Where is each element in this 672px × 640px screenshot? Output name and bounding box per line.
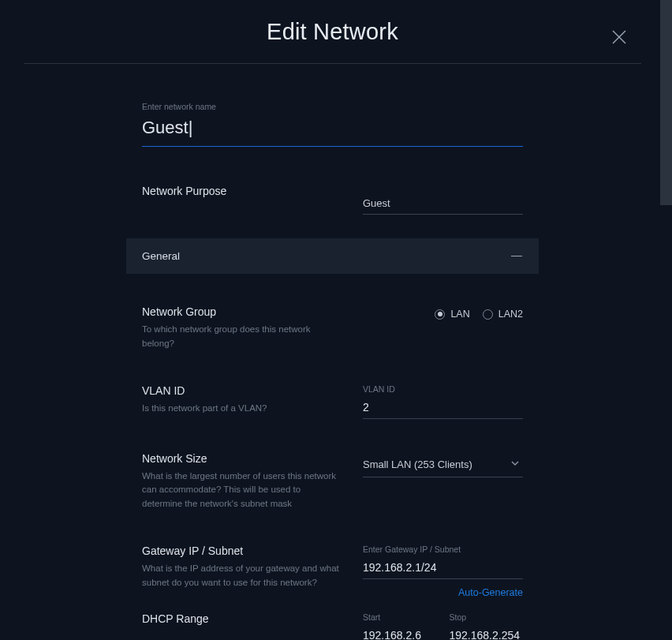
modal-content: Enter network name Network Purpose Gener… (24, 64, 641, 640)
network-name-field: Enter network name (142, 102, 523, 147)
close-icon (611, 34, 627, 47)
dhcp-stop-label: Stop (450, 612, 524, 622)
vlan-id-input[interactable] (363, 401, 523, 419)
collapse-icon (510, 256, 523, 257)
chevron-down-icon (510, 458, 520, 468)
modal-header: Edit Network (24, 0, 641, 64)
network-group-label: Network Group (142, 305, 339, 318)
radio-dot-icon (483, 309, 493, 320)
network-group-radios: LAN LAN2 (363, 305, 523, 320)
network-size-label: Network Size (142, 452, 339, 465)
dhcp-start-input[interactable] (363, 629, 437, 640)
section-header-label: General (142, 250, 180, 262)
network-size-select[interactable]: Small LAN (253 Clients) (363, 452, 523, 477)
dhcp-stop-field: Stop (450, 612, 524, 640)
radio-lan2[interactable]: LAN2 (483, 309, 523, 320)
vlan-id-help: Is this network part of a VLAN? (142, 402, 339, 416)
gateway-label: Gateway IP / Subnet (142, 545, 339, 557)
dhcp-start-label: Start (363, 612, 437, 622)
network-group-row: Network Group To which network group doe… (142, 305, 523, 351)
section-header-general[interactable]: General (126, 238, 539, 274)
close-button[interactable] (611, 29, 630, 48)
vlan-id-row: VLAN ID Is this network part of a VLAN? … (142, 384, 523, 419)
network-purpose-row: Network Purpose (142, 185, 523, 215)
radio-lan2-label: LAN2 (498, 309, 523, 320)
gateway-input[interactable] (363, 561, 523, 579)
network-size-help: What is the largest number of users this… (142, 470, 339, 511)
network-purpose-label: Network Purpose (142, 185, 339, 197)
dhcp-stop-input[interactable] (450, 629, 524, 640)
dhcp-range-row: DHCP Range Start Stop Auto- (142, 612, 523, 640)
gateway-help: What is the IP address of your gateway a… (142, 562, 339, 590)
gateway-row: Gateway IP / Subnet What is the IP addre… (142, 545, 523, 598)
dhcp-start-field: Start (363, 612, 437, 640)
network-size-value: Small LAN (253 Clients) (363, 458, 472, 470)
edit-network-modal: Edit Network Enter network name Network … (24, 0, 641, 640)
radio-dot-icon (435, 309, 445, 320)
gateway-input-label: Enter Gateway IP / Subnet (363, 545, 523, 554)
network-group-help: To which network group does this network… (142, 323, 339, 351)
radio-lan-label: LAN (450, 309, 469, 320)
vlan-id-input-label: VLAN ID (363, 384, 523, 394)
network-name-label: Enter network name (142, 102, 523, 111)
dhcp-range-label: DHCP Range (142, 612, 339, 625)
scrollbar[interactable] (660, 0, 672, 205)
vlan-id-label: VLAN ID (142, 384, 339, 397)
modal-title: Edit Network (267, 19, 398, 45)
network-name-input[interactable] (142, 118, 523, 147)
network-purpose-input[interactable] (363, 185, 523, 215)
network-size-row: Network Size What is the largest number … (142, 452, 523, 511)
radio-lan[interactable]: LAN (435, 309, 469, 320)
auto-generate-link[interactable]: Auto-Generate (363, 587, 523, 598)
